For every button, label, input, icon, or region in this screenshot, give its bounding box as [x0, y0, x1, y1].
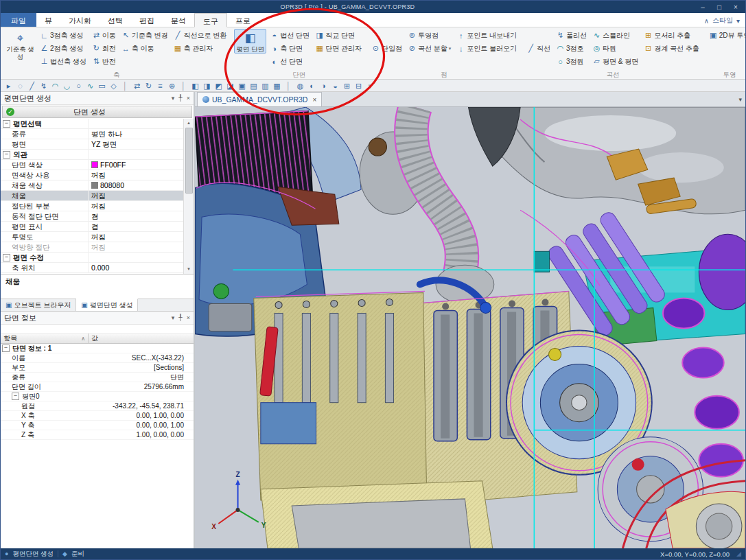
toolbar-icon[interactable]: ≡	[154, 80, 166, 91]
axis-flip-button[interactable]: ⇅반전	[90, 55, 118, 68]
edge-extract-button[interactable]: ⊞모서리 추출	[642, 29, 701, 42]
toolbar-icon[interactable]: ◍	[294, 80, 306, 91]
toolbar-icon[interactable]: ◌	[14, 80, 26, 91]
property-value[interactable]	[89, 253, 183, 262]
menu-tab[interactable]: 프로	[227, 13, 259, 27]
ok-check-icon[interactable]: ✓	[6, 108, 14, 116]
toolbar-icon[interactable]: ↻	[143, 80, 154, 91]
resize-grip-icon[interactable]: ◢	[736, 550, 741, 557]
toolbar-icon[interactable]: ▥	[259, 80, 271, 91]
property-value[interactable]: FF00FF	[89, 160, 183, 170]
property-row[interactable]: 역방향 절단 꺼짐	[1, 242, 183, 253]
toolbar-icon[interactable]: ◐	[306, 80, 318, 91]
maximize-button[interactable]: □	[711, 3, 727, 11]
property-row[interactable]: 평면 YZ 평면	[1, 139, 183, 150]
toolbar-icon[interactable]: ◠	[49, 80, 61, 91]
property-value[interactable]: 808080	[89, 180, 183, 190]
info-row[interactable]: Z 축 1.00, 0.00, 0.00	[1, 430, 194, 440]
toolbar-icon[interactable]: ↯	[38, 80, 49, 91]
toolbar-icon[interactable]: ◩	[213, 80, 224, 91]
toolbar-icon[interactable]: │	[119, 80, 131, 91]
property-row[interactable]: 평면 표시 켬	[1, 222, 183, 232]
axis-translate-button[interactable]: ↔축 이동	[119, 42, 170, 55]
toolbar-icon[interactable]: ╱	[26, 80, 38, 91]
convert-to-line-button[interactable]: ╱직선으로 변환	[172, 29, 229, 42]
info-row[interactable]: 부모 [Sections]	[1, 363, 194, 373]
menu-tab[interactable]: 뷰	[36, 13, 60, 27]
property-value[interactable]: 꺼짐	[89, 242, 183, 252]
toolbar-icon[interactable]: ◪	[224, 80, 236, 91]
close-button[interactable]: ×	[727, 3, 744, 11]
menu-tab[interactable]: 도구	[194, 13, 227, 27]
toolbar-icon[interactable]: │	[283, 80, 294, 91]
split-curve-button[interactable]: ⊘곡선 분할▾	[406, 42, 453, 55]
property-value[interactable]: 꺼짐	[89, 232, 183, 242]
property-value[interactable]: 꺼짐	[89, 201, 183, 211]
toolbar-icon[interactable]: ▣	[236, 80, 248, 91]
toolbar-icon[interactable]: ◒	[329, 80, 341, 91]
menu-tab[interactable]: 편집	[131, 13, 163, 27]
property-value[interactable]: 꺼짐	[89, 191, 183, 200]
property-row[interactable]: 절단된 부분 꺼짐	[1, 201, 183, 211]
toolbar-icon[interactable]: ◑	[318, 80, 329, 91]
property-value[interactable]	[89, 119, 183, 128]
axis-3point-button[interactable]: ∟3점축 생성	[38, 29, 89, 42]
property-value[interactable]: 0.000	[89, 263, 183, 272]
info-row[interactable]: 원점 -343.22, -45.54, 238.71	[1, 401, 194, 411]
axis-rotate-button[interactable]: ↻회전	[90, 42, 118, 55]
single-point-button[interactable]: ⊙단일점	[369, 42, 404, 55]
tab-list-dropdown-icon[interactable]: ▾	[738, 96, 742, 103]
info-row[interactable]: 종류 단면	[1, 373, 194, 382]
panel-pin-icon[interactable]: ╀	[178, 95, 182, 102]
projection-point-button[interactable]: ⊚투영점	[406, 29, 453, 42]
section-manager-button[interactable]: ▦단면 관리자	[313, 42, 364, 55]
property-row[interactable]: 평면선택	[1, 119, 183, 129]
toolbar-icon[interactable]: ◧	[189, 80, 201, 91]
property-row[interactable]: 동적 절단 단면 켬	[1, 211, 183, 222]
base-axis-change-button[interactable]: ↖기준축 변경	[119, 29, 170, 42]
panel-menu-icon[interactable]: ▾	[172, 314, 175, 321]
ortho-section-button[interactable]: ◨직교 단면	[313, 29, 364, 42]
property-row[interactable]: 투명도 꺼짐	[1, 232, 183, 242]
axis-move-button[interactable]: ⇄이동	[90, 29, 118, 42]
toolbar-icon[interactable]: ⊞	[341, 80, 353, 91]
boundary-curve-extract-button[interactable]: ⊡경계 곡선 추출	[642, 42, 701, 55]
toolbar-icon[interactable]: ◇	[108, 80, 119, 91]
toolbar-icon[interactable]: ∿	[84, 80, 96, 91]
toolbar-icon[interactable]: ▭	[96, 80, 108, 91]
minimize-button[interactable]: –	[695, 3, 711, 11]
toolbar-icon[interactable]: ◨	[201, 80, 213, 91]
spline-button[interactable]: ∿스플라인	[590, 29, 640, 42]
property-value[interactable]: 평면 하나	[89, 129, 183, 139]
info-row[interactable]: 이름 SEC...X(-343.22)	[1, 353, 194, 363]
document-tab[interactable]: UB_GAMMA_DCVVT.OPR3D ×	[197, 92, 322, 106]
property-row[interactable]: 평면 수정	[1, 253, 183, 263]
style-dropdown-icon[interactable]: ▾	[736, 17, 740, 25]
axis-2point-button[interactable]: ∠2점축 생성	[38, 42, 89, 55]
panel-close-icon[interactable]: ×	[187, 314, 190, 321]
polyline-button[interactable]: ↯폴리선	[554, 29, 589, 42]
toolbar-icon[interactable]: ▤	[248, 80, 259, 91]
menu-tab[interactable]: 분석	[163, 13, 194, 27]
planar-section-button[interactable]: ◧ 평면 단면	[234, 29, 266, 54]
line-button[interactable]: ╱직선	[524, 42, 552, 55]
property-value[interactable]: YZ 평면	[89, 139, 183, 149]
property-row[interactable]: 채움 꺼짐	[1, 191, 183, 201]
import-points-button[interactable]: ↓포인트 불러오기	[454, 42, 519, 55]
line-section-button[interactable]: ◐선 단면	[268, 55, 312, 68]
toolbar-icon[interactable]: │	[178, 80, 189, 91]
info-row[interactable]: 단면 길이 25796.66mm	[1, 382, 194, 392]
toolbar-icon[interactable]: ▸	[3, 80, 14, 91]
property-value[interactable]: 켬	[89, 211, 183, 221]
axis-manager-button[interactable]: ▦축 관리자	[172, 42, 229, 55]
ellipse-button[interactable]: ◎타원	[590, 42, 640, 55]
scrollbar[interactable]: ▲ ▼	[183, 119, 194, 274]
menu-tab[interactable]: 선택	[100, 13, 131, 27]
view-2d-projection-button[interactable]: ▣2D뷰 투영	[707, 29, 745, 42]
3d-viewport[interactable]: Z X Y	[195, 107, 745, 548]
toolbar-icon[interactable]: ⊟	[353, 80, 364, 91]
property-row[interactable]: 축 위치 0.000	[1, 263, 183, 273]
panel-close-icon[interactable]: ×	[187, 95, 190, 102]
column-header-value[interactable]: 값	[89, 334, 194, 343]
info-row[interactable]: X 축 0.00, 1.00, 0.00	[1, 411, 194, 421]
